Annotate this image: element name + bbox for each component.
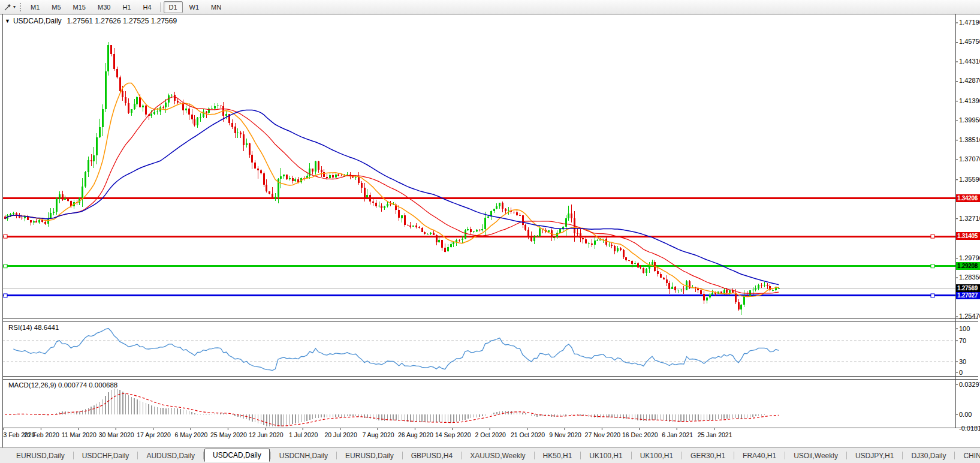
chart-title: ▼USDCAD,Daily1.27561 1.27626 1.27525 1.2… [5,17,177,25]
price-tick-label: 1.29790 [959,254,980,261]
tab-eurusd-daily[interactable]: EURUSD,Daily [337,449,402,462]
chart-tabs: EURUSD,DailyUSDCHF,DailyAUDUSD,DailyUSDC… [8,449,980,462]
price-tick-label: 1.44310 [959,58,980,65]
tab-ger30-h1[interactable]: GER30,H1 [683,449,733,462]
rsi-indicator-label: RSI(14) 48.6441 [8,324,59,331]
tab-separator [137,452,138,459]
timeframe-button-d1[interactable]: D1 [164,1,183,13]
tab-china300-h1[interactable]: CHINA300,H1 [955,449,980,462]
timeframe-button-m5[interactable]: M5 [46,1,66,13]
timeframe-button-m15[interactable]: M15 [68,1,91,13]
tab-fra40-h1[interactable]: FRA40,H1 [735,449,784,462]
timeframe-button-m30[interactable]: M30 [92,1,116,13]
date-tick-label: 1 Jul 2020 [284,431,322,438]
tab-separator [203,452,204,459]
panel-separator[interactable] [2,379,978,380]
tab-usdchf-daily[interactable]: USDCHF,Daily [74,449,137,462]
tab-hk50-h1[interactable]: HK50,H1 [535,449,580,462]
tab-separator [631,452,632,459]
panel-separator[interactable] [2,376,978,377]
price-tick-label: 1.39950 [959,116,980,124]
tab-separator [785,452,785,459]
price-level-tag: 1.31405 [956,232,980,240]
date-tick-label: 16 Dec 2020 [621,431,659,438]
tab-separator [270,452,271,459]
toolbar: ▾ M1M5M15M30H1H4D1W1MN [0,0,980,14]
tool-dropdown-caret-icon[interactable]: ▾ [13,4,18,10]
chart-symbol-label: USDCAD,Daily [13,17,62,25]
tab-separator [336,452,337,459]
rsi-tick-label: 0 [959,369,963,376]
date-tick-label: 9 Nov 2020 [546,431,584,438]
price-level-tag: 1.29208 [956,262,980,270]
date-tick-label: 21 Feb 2020 [22,431,61,438]
date-tick-label: 21 Oct 2020 [509,431,547,438]
tab-dj30-daily[interactable]: DJ30,Daily [903,449,954,462]
trading-chart-window: ▾ M1M5M15M30H1H4D1W1MN ▼USDCAD,Daily1.27… [0,0,980,463]
toolbar-divider [160,2,161,12]
tab-usoil-weekly[interactable]: USOil,Weekly [786,449,846,462]
date-tick-label: 2 Oct 2020 [471,431,509,438]
rsi-value: 48.6441 [34,324,59,331]
date-tick-label: 12 Jun 2020 [247,431,285,438]
timeframe-button-h1[interactable]: H1 [117,1,136,13]
date-tick-label: 25 May 2020 [209,431,248,438]
date-tick-label: 6 May 2020 [172,431,210,438]
tab-bar: EURUSD,DailyUSDCHF,DailyAUDUSD,DailyUSDC… [0,447,980,463]
tab-uk100-h1[interactable]: UK100,H1 [581,449,630,462]
current-price-tag: 1.27569 [956,284,980,292]
date-tick-label: 11 Mar 2020 [60,431,98,438]
chart-top-border [0,14,980,14]
crosshair-tool-icon[interactable] [2,2,13,12]
chart-ohlc-label: 1.27561 1.27626 1.27525 1.27569 [67,17,177,25]
price-level-tag: 1.34206 [956,194,980,202]
tab-separator [846,452,847,459]
tab-separator [73,452,74,459]
date-tick-label: 25 Jan 2021 [696,431,734,438]
price-level-tag: 1.27027 [956,291,980,299]
price-tick-label: 1.47190 [959,19,980,26]
tab-usdcnh-daily[interactable]: USDCNH,Daily [272,449,336,462]
date-tick-label: 27 Nov 2020 [583,431,622,438]
tab-usdjpy-h1[interactable]: USDJPY,H1 [848,449,901,462]
tab-uk100-h1[interactable]: UK100,H1 [632,449,681,462]
date-tick-label: 6 Jan 2021 [658,431,696,438]
timeframe-button-m1[interactable]: M1 [25,1,45,13]
price-tick-label: 1.41390 [959,97,980,104]
tab-usdcad-daily[interactable]: USDCAD,Daily [204,449,270,462]
price-tick-label: 1.28350 [959,273,980,281]
toolbar-separator [20,3,21,11]
rsi-tick-label: 30 [959,358,966,365]
chart-canvas[interactable] [0,0,980,463]
tab-separator [534,452,535,459]
price-tick-label: 1.25470 [959,312,980,320]
panel-separator[interactable] [2,321,978,322]
tab-separator [734,452,734,459]
chart-left-border [2,14,3,447]
timeframe-button-h4[interactable]: H4 [137,1,156,13]
panel-separator[interactable] [2,318,978,319]
macd-indicator-label: MACD(12,26,9) 0.000774 0.000688 [8,381,117,389]
macd-tick-label: 0.00 [959,411,972,418]
price-tick-label: 1.38510 [959,136,980,143]
rsi-tick-label: 100 [959,325,970,332]
macd-tick-label: -0.01815 [959,425,980,432]
tab-audusd-daily[interactable]: AUDUSD,Daily [138,449,203,462]
price-axis-line[interactable] [955,14,956,428]
tab-gbpusd-h4[interactable]: GBPUSD,H4 [403,449,460,462]
date-tick-label: 20 Jul 2020 [322,431,360,438]
date-tick-label: 30 Mar 2020 [97,431,135,438]
chart-dropdown-icon[interactable]: ▼ [5,18,10,24]
timeframe-button-mn[interactable]: MN [206,1,227,13]
tab-xauusd-weekly[interactable]: XAUUSD,Weekly [462,449,533,462]
date-tick-label: 26 Aug 2020 [396,431,435,438]
time-axis-line[interactable] [2,428,978,428]
date-tick-label: 14 Sep 2020 [434,431,472,438]
tab-separator [402,452,403,459]
timeframe-button-w1[interactable]: W1 [184,1,205,13]
tab-eurusd-daily[interactable]: EURUSD,Daily [8,449,73,462]
macd-values: 0.000774 0.000688 [58,381,117,389]
rsi-tick-label: 70 [959,337,966,344]
timeframe-button-group: M1M5M15M30H1H4D1W1MN [25,1,227,13]
date-tick-label: 17 Apr 2020 [135,431,173,438]
